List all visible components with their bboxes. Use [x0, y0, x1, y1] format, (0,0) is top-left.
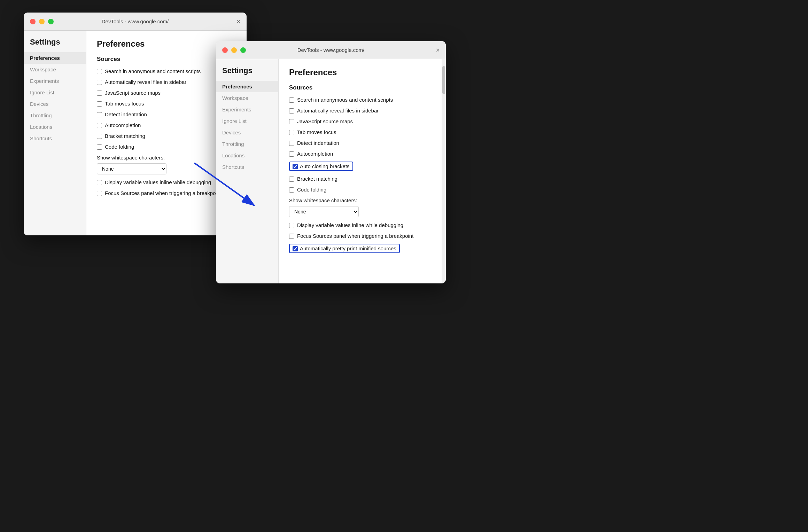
whitespace-select-2[interactable]: None All Trailing [289, 206, 359, 217]
checkbox-focussources-input-1[interactable] [97, 191, 102, 196]
checkbox-sourcemaps-label-1: JavaScript source maps [105, 90, 161, 96]
sidebar-item-ignorelist-2[interactable]: Ignore List [216, 115, 278, 127]
settings-body-2: Settings Preferences Workspace Experimen… [216, 59, 446, 283]
checkbox-indent-input-2[interactable] [289, 141, 294, 146]
window-close-x-2[interactable]: × [436, 47, 440, 53]
sidebar-item-shortcuts-1[interactable]: Shortcuts [24, 133, 86, 144]
sidebar-item-experiments-1[interactable]: Experiments [24, 75, 86, 87]
maximize-button-2[interactable] [240, 47, 246, 53]
preferences-title-2: Preferences [289, 68, 437, 77]
settings-title-2: Settings [216, 66, 278, 81]
sidebar-item-locations-1[interactable]: Locations [24, 121, 86, 133]
sidebar-item-throttling-2[interactable]: Throttling [216, 138, 278, 150]
checkbox-autocomp-input-1[interactable] [97, 123, 102, 128]
checkbox-varinline-label-1: Display variable values inline while deb… [105, 179, 211, 185]
checkbox-reveal-input-2[interactable] [289, 108, 294, 114]
checkbox-sourcemaps-input-1[interactable] [97, 91, 102, 96]
checkbox-tabfocus-label-2: Tab moves focus [297, 129, 336, 135]
section-title-2: Sources [289, 84, 437, 91]
minimize-button-1[interactable] [39, 19, 45, 24]
checkbox-sourcemaps-input-2[interactable] [289, 119, 294, 124]
sidebar-item-workspace-1[interactable]: Workspace [24, 64, 86, 75]
checkbox-indent-2: Detect indentation [289, 140, 437, 146]
autoclosing-highlight-box: Auto closing brackets [289, 162, 353, 171]
checkbox-codefolding-label-2: Code folding [297, 187, 326, 193]
whitespace-select-1[interactable]: None All Trailing [97, 163, 166, 174]
minimize-button-2[interactable] [231, 47, 237, 53]
checkbox-indent-label-2: Detect indentation [297, 140, 339, 146]
checkbox-anon-label-1: Search in anonymous and content scripts [105, 68, 201, 74]
checkbox-tabfocus-input-1[interactable] [97, 101, 102, 107]
checkbox-sourcemaps-2: JavaScript source maps [289, 118, 437, 124]
checkbox-reveal-input-1[interactable] [97, 80, 102, 85]
checkbox-prettyprint-label-2: Automatically pretty print minified sour… [300, 245, 396, 251]
window-controls-1 [30, 19, 54, 24]
checkbox-bracketmatching-label-2: Bracket matching [297, 176, 337, 182]
checkbox-indent-label-1: Detect indentation [105, 111, 147, 117]
checkbox-focussources-2: Focus Sources panel when triggering a br… [289, 233, 437, 239]
settings-title-1: Settings [24, 38, 86, 52]
checkbox-varinline-2: Display variable values inline while deb… [289, 222, 437, 228]
checkbox-autocomp-input-2[interactable] [289, 151, 294, 157]
checkbox-reveal-label-2: Automatically reveal files in sidebar [297, 108, 379, 114]
checkbox-focussources-label-2: Focus Sources panel when triggering a br… [297, 233, 413, 239]
prettyprint-highlight-box: Automatically pretty print minified sour… [289, 244, 400, 253]
window-1: DevTools - www.google.com/ × Settings Pr… [24, 13, 247, 235]
window-controls-2 [222, 47, 246, 53]
checkbox-codefolding-label-1: Code folding [105, 144, 134, 150]
maximize-button-1[interactable] [48, 19, 54, 24]
checkbox-sourcemaps-label-2: JavaScript source maps [297, 118, 353, 124]
checkbox-autoclosing-label-2: Auto closing brackets [300, 163, 350, 169]
checkbox-varinline-input-1[interactable] [97, 180, 102, 185]
whitespace-label-2: Show whitespace characters: [289, 197, 437, 203]
checkbox-anon-input-2[interactable] [289, 97, 294, 103]
scroll-thumb-2[interactable] [442, 66, 445, 94]
settings-body-1: Settings Preferences Workspace Experimen… [24, 31, 247, 235]
sidebar-item-experiments-2[interactable]: Experiments [216, 104, 278, 115]
settings-content-2: Preferences Sources Search in anonymous … [279, 59, 446, 283]
checkbox-autocomp-2: Autocompletion [289, 151, 437, 157]
sidebar-item-shortcuts-2[interactable]: Shortcuts [216, 161, 278, 173]
checkbox-focussources-input-2[interactable] [289, 234, 294, 239]
checkbox-bracket-input-1[interactable] [97, 134, 102, 139]
checkbox-bracketmatching-2: Bracket matching [289, 176, 437, 182]
checkbox-varinline-input-2[interactable] [289, 223, 294, 228]
checkbox-autocomp-label-2: Autocompletion [297, 151, 333, 157]
checkbox-tabfocus-2: Tab moves focus [289, 129, 437, 135]
scrollbar-2[interactable] [442, 59, 446, 283]
sidebar-item-preferences-2[interactable]: Preferences [216, 81, 278, 92]
checkbox-varinline-label-2: Display variable values inline while deb… [297, 222, 403, 228]
checkbox-codefolding-input-1[interactable] [97, 144, 102, 150]
close-button-1[interactable] [30, 19, 36, 24]
checkbox-tabfocus-input-2[interactable] [289, 130, 294, 135]
settings-sidebar-1: Settings Preferences Workspace Experimen… [24, 31, 86, 235]
checkbox-prettyprint-input-2[interactable] [293, 246, 298, 251]
titlebar-1: DevTools - www.google.com/ × [24, 13, 247, 31]
titlebar-2: DevTools - www.google.com/ × [216, 41, 446, 59]
sidebar-item-devices-1[interactable]: Devices [24, 98, 86, 110]
checkbox-codefolding-input-2[interactable] [289, 187, 294, 193]
checkbox-bracket-label-1: Bracket matching [105, 133, 145, 139]
whitespace-dropdown-2: Show whitespace characters: None All Tra… [289, 197, 437, 217]
sidebar-item-workspace-2[interactable]: Workspace [216, 92, 278, 104]
sidebar-item-throttling-1[interactable]: Throttling [24, 110, 86, 121]
checkbox-tabfocus-label-1: Tab moves focus [105, 101, 144, 107]
close-button-2[interactable] [222, 47, 228, 53]
checkbox-anon-label-2: Search in anonymous and content scripts [297, 97, 393, 103]
checkbox-anon-input-1[interactable] [97, 69, 102, 74]
sidebar-item-ignorelist-1[interactable]: Ignore List [24, 87, 86, 98]
sidebar-item-preferences-1[interactable]: Preferences [24, 52, 86, 64]
checkbox-reveal-label-1: Automatically reveal files in sidebar [105, 79, 186, 85]
sidebar-item-locations-2[interactable]: Locations [216, 150, 278, 161]
checkbox-autoclosing-input-2[interactable] [293, 164, 298, 169]
checkbox-focussources-label-1: Focus Sources panel when triggering a br… [105, 190, 221, 196]
checkbox-autocomp-label-1: Autocompletion [105, 122, 141, 128]
checkbox-prettyprint-2: Automatically pretty print minified sour… [289, 244, 437, 253]
settings-sidebar-2: Settings Preferences Workspace Experimen… [216, 59, 279, 283]
sidebar-item-devices-2[interactable]: Devices [216, 127, 278, 138]
checkbox-indent-input-1[interactable] [97, 112, 102, 117]
window-close-x-1[interactable]: × [236, 18, 240, 25]
checkbox-bracketmatching-input-2[interactable] [289, 177, 294, 182]
window-2: DevTools - www.google.com/ × Settings Pr… [216, 41, 446, 283]
window-title-2: DevTools - www.google.com/ [297, 47, 365, 53]
